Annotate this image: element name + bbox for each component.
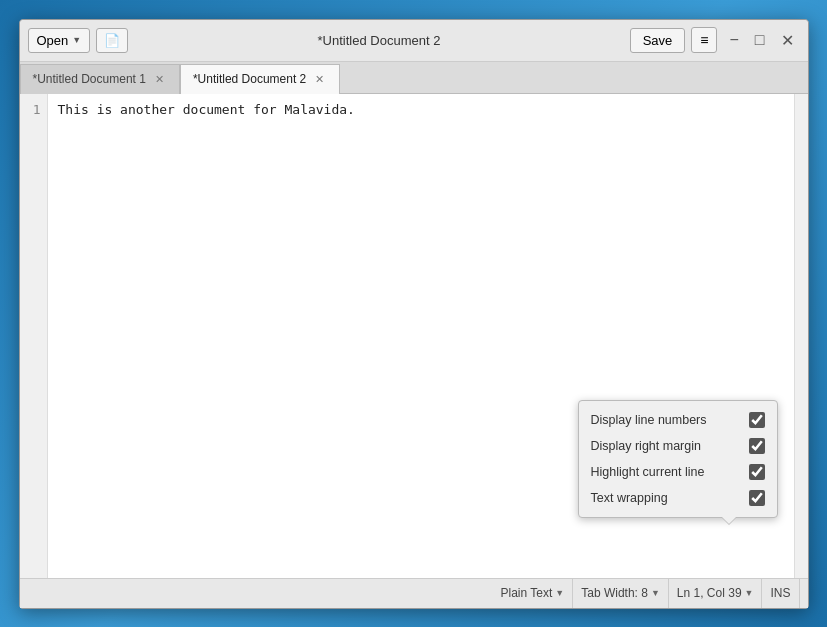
new-doc-button[interactable]: 📄 xyxy=(96,28,128,53)
titlebar: Open ▼ 📄 *Untitled Document 2 Save ≡ − □… xyxy=(20,20,808,62)
close-icon: ✕ xyxy=(781,32,794,49)
popup-label-text-wrapping: Text wrapping xyxy=(591,491,733,505)
checkbox-text-wrapping[interactable] xyxy=(749,490,765,506)
open-label: Open xyxy=(37,33,69,48)
save-button[interactable]: Save xyxy=(630,28,686,53)
popup-menu: Display line numbers Display right margi… xyxy=(578,400,778,518)
checkbox-right-margin[interactable] xyxy=(749,438,765,454)
tab-close-2[interactable]: ✕ xyxy=(312,72,327,87)
open-button[interactable]: Open ▼ xyxy=(28,28,91,53)
tab-untitled1[interactable]: *Untitled Document 1 ✕ xyxy=(20,64,180,94)
tab-label-2: *Untitled Document 2 xyxy=(193,72,306,86)
maximize-icon: □ xyxy=(755,31,765,48)
language-dropdown-arrow: ▼ xyxy=(555,588,564,598)
popup-label-right-margin: Display right margin xyxy=(591,439,733,453)
main-window: Open ▼ 📄 *Untitled Document 2 Save ≡ − □… xyxy=(19,19,809,609)
checkbox-highlight-line[interactable] xyxy=(749,464,765,480)
save-label: Save xyxy=(643,33,673,48)
popup-item-right-margin[interactable]: Display right margin xyxy=(579,433,777,459)
window-controls: − □ ✕ xyxy=(723,29,799,52)
tabwidth-selector[interactable]: Tab Width: 8 ▼ xyxy=(573,579,669,608)
editor-scrollbar[interactable] xyxy=(794,94,808,578)
popup-label-line-numbers: Display line numbers xyxy=(591,413,733,427)
open-dropdown-arrow: ▼ xyxy=(72,35,81,45)
minimize-icon: − xyxy=(729,31,738,48)
popup-item-highlight-line[interactable]: Highlight current line xyxy=(579,459,777,485)
new-doc-icon: 📄 xyxy=(104,33,120,48)
position-dropdown-arrow: ▼ xyxy=(745,588,754,598)
popup-label-highlight-line: Highlight current line xyxy=(591,465,733,479)
popup-item-text-wrapping[interactable]: Text wrapping xyxy=(579,485,777,511)
close-button[interactable]: ✕ xyxy=(775,29,800,52)
tabs-bar: *Untitled Document 1 ✕ *Untitled Documen… xyxy=(20,62,808,94)
line-number-1: 1 xyxy=(26,102,41,117)
editor-area: 1 This is another document for Malavida.… xyxy=(20,94,808,578)
popup-item-line-numbers[interactable]: Display line numbers xyxy=(579,407,777,433)
ins-indicator: INS xyxy=(762,579,799,608)
tabwidth-label: Tab Width: 8 xyxy=(581,586,648,600)
language-label: Plain Text xyxy=(500,586,552,600)
position-label: Ln 1, Col 39 xyxy=(677,586,742,600)
hamburger-icon: ≡ xyxy=(700,32,708,48)
tab-untitled2[interactable]: *Untitled Document 2 ✕ xyxy=(180,64,340,94)
language-selector[interactable]: Plain Text ▼ xyxy=(492,579,573,608)
tab-label-1: *Untitled Document 1 xyxy=(33,72,146,86)
ins-label: INS xyxy=(770,586,790,600)
checkbox-line-numbers[interactable] xyxy=(749,412,765,428)
hamburger-button[interactable]: ≡ xyxy=(691,27,717,53)
maximize-button[interactable]: □ xyxy=(749,29,771,52)
minimize-button[interactable]: − xyxy=(723,29,744,52)
tab-close-1[interactable]: ✕ xyxy=(152,72,167,87)
position-indicator[interactable]: Ln 1, Col 39 ▼ xyxy=(669,579,763,608)
line-numbers: 1 xyxy=(20,94,48,578)
tabwidth-dropdown-arrow: ▼ xyxy=(651,588,660,598)
window-title: *Untitled Document 2 xyxy=(134,33,623,48)
status-bar: Plain Text ▼ Tab Width: 8 ▼ Ln 1, Col 39… xyxy=(20,578,808,608)
